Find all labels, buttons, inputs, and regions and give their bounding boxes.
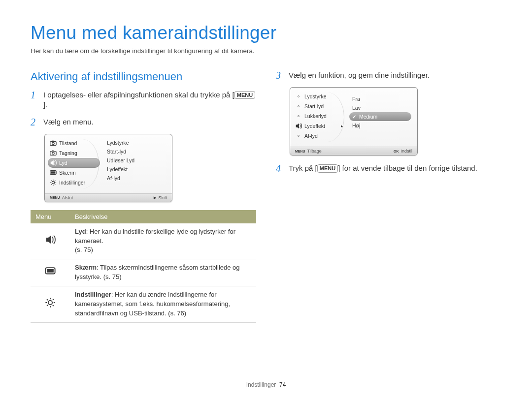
menu-description-table: Menu Beskrivelse Lyd: Her kan du indstil…	[31, 210, 256, 323]
lcd-footer-right: Indstil	[400, 149, 412, 154]
lcd-menu-item: Tilstand	[48, 138, 101, 148]
lcd-value-item: Lav	[351, 103, 413, 112]
lcd-menu-item: Tagning	[48, 148, 101, 158]
lcd-value-item: Fra	[351, 94, 413, 103]
lcd-option-item: Lydeffekt▸	[293, 121, 346, 131]
lcd-option-item: Lydstyrke	[293, 92, 346, 101]
lcd-footer-right: Skift	[158, 195, 167, 200]
step-1: 1 I optagelses- eller afspilningsfunktio…	[31, 90, 256, 110]
page-footer: Indstillinger 74	[0, 381, 532, 388]
camera-icon	[50, 150, 57, 156]
ok-key-icon: OK	[394, 150, 399, 153]
sound-icon	[295, 123, 302, 129]
step-number: 3	[276, 70, 285, 80]
step-4: 4 Tryk på [MENU] for at vende tilbage ti…	[276, 163, 501, 173]
lcd-sub-item: Lydeffekt	[106, 165, 168, 174]
table-row: Indstillinger: Her kan du ændre indstill…	[31, 286, 256, 322]
arrow-right-icon: ▶	[154, 196, 156, 200]
camera-icon	[50, 140, 57, 147]
step-number: 2	[31, 117, 39, 127]
lcd-footer-left: Afslut	[62, 195, 73, 200]
step-text: Vælg en menu.	[43, 117, 94, 127]
lcd-value-item: Høj	[351, 121, 413, 130]
gear-icon	[45, 302, 56, 309]
table-row: Lyd: Her kan du indstille forskellige ly…	[31, 223, 256, 259]
menu-key: MENU	[317, 164, 338, 172]
lcd-sub-item: Udløser Lyd	[106, 156, 168, 165]
lcd-sub-item: Af-lyd	[106, 174, 168, 183]
table-head-desc: Beskrivelse	[70, 210, 256, 223]
display-icon	[50, 169, 57, 176]
lcd-screenshot-menu: Tilstand Tagning Lyd Skærm Indstillinger…	[44, 134, 172, 202]
check-icon: ✔	[352, 114, 356, 120]
step-3: 3 Vælg en funktion, og gem dine indstill…	[276, 70, 501, 80]
step-number: 4	[276, 163, 285, 173]
lcd-sub-item: Lydstyrke	[106, 138, 168, 147]
sound-icon	[45, 239, 56, 247]
menu-key: MENU	[234, 91, 255, 99]
lcd-footer-left: Tilbage	[307, 149, 322, 154]
lcd-sub-item: Start-lyd	[106, 147, 168, 156]
lcd-option-item: Start-lyd	[293, 101, 346, 111]
display-icon	[45, 271, 56, 278]
table-row: Skærm: Tilpas skærmindstillingerne såsom…	[31, 259, 256, 286]
step-number: 1	[31, 90, 39, 110]
lcd-option-item: Af-lyd	[293, 131, 346, 141]
lcd-option-item: Lukkerlyd	[293, 111, 346, 121]
lcd-screenshot-options: Lydstyrke Start-lyd Lukkerlyd Lydeffekt▸…	[290, 87, 418, 155]
section-title: Aktivering af indstillingsmenuen	[31, 70, 256, 83]
table-head-menu: Menu	[31, 210, 70, 223]
step-text: Tryk på [MENU] for at vende tilbage til …	[289, 163, 477, 173]
lcd-menu-item: Skærm	[48, 168, 101, 178]
lcd-menu-item: Indstillinger	[48, 178, 101, 187]
arrow-right-icon: ▸	[341, 123, 346, 128]
step-text: Vælg en funktion, og gem dine indstillin…	[289, 70, 430, 80]
lcd-menu-item-selected: Lyd	[48, 158, 100, 168]
intro-text: Her kan du lære om de forskellige indsti…	[31, 47, 501, 55]
menu-key-icon: MENU	[50, 196, 60, 199]
menu-key-icon: MENU	[295, 150, 305, 153]
sound-icon	[50, 159, 57, 166]
step-2: 2 Vælg en menu.	[31, 117, 256, 127]
step-text: I optagelses- eller afspilningsfunktione…	[43, 90, 256, 110]
gear-icon	[50, 179, 57, 186]
page-title: Menu med kameraindstillinger	[31, 23, 501, 43]
lcd-value-item-selected: ✔Medium	[349, 112, 411, 121]
